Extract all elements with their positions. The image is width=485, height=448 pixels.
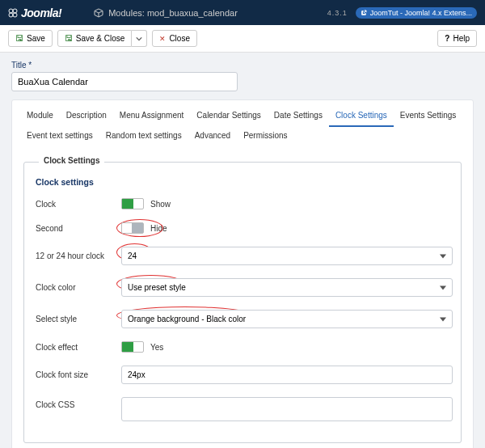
module-panel: Module Description Menu Assignment Calen… [11, 99, 474, 448]
joomla-version: 4.3.1 [327, 9, 348, 17]
close-button[interactable]: Close [152, 30, 197, 47]
tab-permissions[interactable]: Permissions [237, 127, 293, 147]
tab-module[interactable]: Module [20, 107, 60, 127]
row-hour-mode: 12 or 24 hour clock 24 [32, 247, 453, 265]
save-dropdown-button[interactable] [132, 30, 147, 47]
title-input[interactable] [11, 72, 238, 91]
fieldset-legend: Clock Settings [39, 156, 104, 165]
tab-events-settings[interactable]: Events Settings [394, 107, 462, 127]
label-font-size: Clock font size [32, 370, 121, 379]
row-select-style: Select style Orange background - Black c… [32, 310, 453, 328]
joomla-swirl-icon [8, 8, 18, 18]
svg-point-2 [9, 13, 13, 17]
save-button[interactable]: Save [8, 30, 53, 47]
tab-event-text-settings[interactable]: Event text settings [20, 127, 99, 147]
chevron-down-icon [136, 36, 142, 42]
help-button[interactable]: Help [437, 30, 477, 47]
label-clock-color: Clock color [32, 283, 121, 292]
tab-date-settings[interactable]: Date Settings [268, 107, 329, 127]
row-font-size: Clock font size [32, 366, 453, 384]
row-clock-color: Clock color Use preset style [32, 278, 453, 297]
action-toolbar: Save Save & Close Close Help [0, 25, 485, 53]
joomla-logo: Joomla! [8, 6, 61, 19]
tab-calendar-settings[interactable]: Calendar Settings [190, 107, 268, 127]
tab-bar: Module Description Menu Assignment Calen… [12, 100, 473, 147]
select-preset-style[interactable]: Orange background - Black color [121, 310, 453, 328]
toggle-clock-text: Show [150, 200, 171, 209]
tab-random-text-settings[interactable]: Random text settings [99, 127, 188, 147]
cube-icon [94, 8, 103, 18]
label-second: Second [32, 224, 121, 233]
save-close-label: Save & Close [76, 34, 125, 43]
row-second: Second Hide [32, 222, 453, 234]
help-button-label: Help [453, 34, 470, 43]
content-area: Title * Module Description Menu Assignme… [0, 53, 485, 448]
textarea-clock-css[interactable] [121, 397, 453, 421]
brand-text: Joomla! [21, 6, 61, 19]
select-clock-color-value: Use preset style [128, 283, 186, 292]
label-hour-mode: 12 or 24 hour clock [32, 251, 121, 260]
tab-clock-settings[interactable]: Clock Settings [329, 107, 394, 127]
select-hour-mode-value: 24 [128, 251, 137, 260]
toggle-second[interactable] [121, 222, 144, 234]
module-breadcrumb: Modules: mod_buaxua_calendar [94, 8, 238, 18]
title-label: Title * [11, 61, 474, 70]
row-clock-effect: Clock effect Yes [32, 341, 453, 353]
top-header: Joomla! Modules: mod_buaxua_calendar 4.3… [0, 0, 485, 25]
tab-menu-assignment[interactable]: Menu Assignment [113, 107, 191, 127]
select-clock-color[interactable]: Use preset style [121, 278, 453, 297]
svg-point-0 [9, 9, 13, 13]
label-clock: Clock [32, 200, 121, 209]
close-button-label: Close [169, 34, 190, 43]
clock-settings-fieldset: Clock Settings Clock settings Clock Show… [23, 162, 462, 443]
svg-point-1 [13, 9, 17, 13]
external-link-icon [361, 10, 367, 16]
input-font-size[interactable] [121, 366, 453, 384]
toggle-clock-effect-text: Yes [150, 343, 163, 352]
toggle-clock[interactable] [121, 198, 144, 209]
save-close-button[interactable]: Save & Close [57, 30, 133, 47]
section-heading: Clock settings [36, 177, 453, 187]
row-clock-css: Clock CSS [32, 397, 453, 421]
svg-point-3 [13, 13, 17, 17]
label-clock-effect: Clock effect [32, 343, 121, 352]
tab-description[interactable]: Description [60, 107, 113, 127]
label-select-style: Select style [32, 315, 121, 323]
tab-advanced[interactable]: Advanced [188, 127, 237, 147]
select-hour-mode[interactable]: 24 [121, 247, 453, 265]
module-label: Modules: mod_buaxua_calendar [108, 8, 238, 18]
toggle-second-text: Hide [150, 224, 167, 233]
select-preset-style-value: Orange background - Black color [128, 315, 246, 323]
label-clock-css: Clock CSS [32, 397, 121, 409]
extension-badge[interactable]: JoomTut - Joomla! 4.x Extens... [356, 7, 477, 19]
extension-badge-text: JoomTut - Joomla! 4.x Extens... [370, 9, 472, 17]
save-button-label: Save [27, 34, 45, 43]
toggle-clock-effect[interactable] [121, 341, 144, 353]
row-clock: Clock Show [32, 198, 453, 209]
